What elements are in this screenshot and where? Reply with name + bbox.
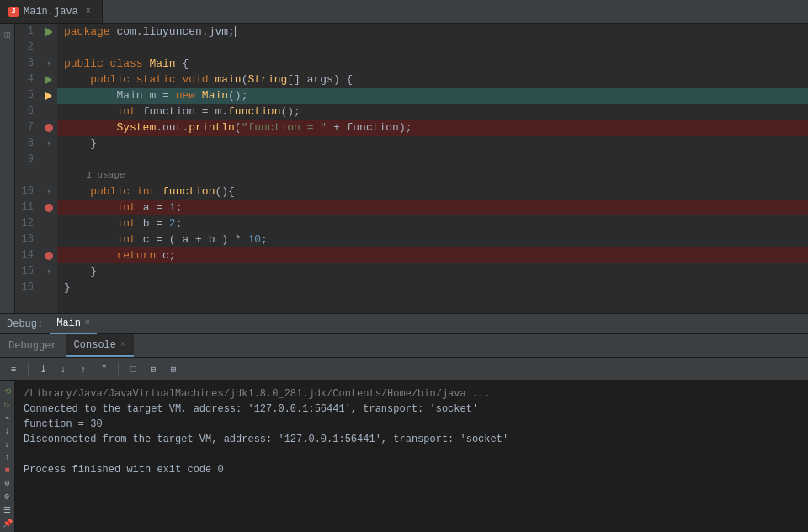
- fold-icon-10[interactable]: ▾: [46, 187, 50, 196]
- code-line-7: System.out.println("function = " + funct…: [57, 120, 808, 136]
- console-output: /Library/Java/JavaVirtualMachines/jdk1.8…: [15, 381, 808, 532]
- debug-tab-close[interactable]: ×: [85, 318, 90, 327]
- debug-tab-area: Main ×: [50, 314, 801, 334]
- exec-cursor-5: [45, 92, 52, 100]
- tab-bar: J Main.java ×: [0, 0, 808, 24]
- code-line-12: int b = 2;: [57, 215, 808, 231]
- gutter-line-2: [40, 40, 57, 56]
- debug-bar: Debug: Main ×: [0, 314, 808, 334]
- gutter-line-12: [40, 215, 57, 231]
- debugger-tab[interactable]: Debugger: [0, 334, 66, 357]
- gutter-line-14: [40, 247, 57, 263]
- console-area: ⟲ ▷ ↷ ↓ ⇓ ↑ ■ ⊘ ⚙ ☰ 📌 /Library/Java/Java…: [0, 381, 808, 532]
- run-arrow-4: [45, 76, 52, 84]
- debug-force-step-btn[interactable]: ⇓: [2, 439, 13, 450]
- toolbar-scroll-down-btn[interactable]: ↓: [55, 361, 72, 378]
- debug-layout-btn[interactable]: ☰: [2, 505, 13, 515]
- toolbar-scroll-top-btn[interactable]: ⤒: [95, 361, 112, 378]
- code-content[interactable]: package com.liuyuncen.jvm; public class …: [57, 24, 808, 313]
- debug-step-out-btn[interactable]: ↑: [2, 453, 13, 462]
- toolbar-print-btn[interactable]: ⊟: [145, 361, 162, 378]
- code-line-16: }: [57, 279, 808, 295]
- console-line-4: Disconnected from the target VM, address…: [24, 432, 800, 447]
- fold-icon-15[interactable]: ▾: [46, 267, 50, 276]
- debug-tab-label: Main: [56, 317, 81, 329]
- code-line-10: public int function(){: [57, 184, 808, 200]
- line-numbers: 1 2 3 4 5 6 7 8 9 10 11 12 13 14 15 16: [15, 24, 40, 313]
- gutter-line-4: [40, 72, 57, 88]
- debug-mute-btn[interactable]: ⊘: [2, 478, 13, 488]
- tab-label: Main.java: [24, 6, 78, 18]
- toolbar-sep-2: [118, 363, 119, 376]
- text-cursor: [235, 26, 236, 37]
- code-line-14: return c;: [57, 247, 808, 263]
- toolbar-wrap-btn[interactable]: ≡: [5, 361, 22, 378]
- gutter-line-13: [40, 231, 57, 247]
- console-tab-close[interactable]: ×: [120, 340, 125, 349]
- gutter-line-6: [40, 104, 57, 120]
- sidebar-project-icon[interactable]: ◫: [2, 29, 13, 40]
- java-file-icon: J: [8, 7, 19, 17]
- gutter-line-5: [40, 88, 57, 104]
- code-line-8: }: [57, 136, 808, 152]
- debug-resume-btn[interactable]: ▷: [2, 400, 13, 410]
- console-line-1: /Library/Java/JavaVirtualMachines/jdk1.8…: [24, 386, 800, 402]
- gutter-line-16: [40, 279, 57, 295]
- usage-hint-text: 1 usage: [64, 168, 125, 184]
- gutter-line-1: [40, 24, 57, 40]
- code-line-4: public static void main(String[] args) {: [57, 72, 808, 88]
- code-line-2: [57, 40, 808, 56]
- fold-icon-3[interactable]: ▾: [46, 59, 50, 68]
- toolbar-scroll-up-btn[interactable]: ↑: [75, 361, 92, 378]
- debug-controls: ⟲ ▷ ↷ ↓ ⇓ ↑ ■ ⊘ ⚙ ☰ 📌: [0, 381, 15, 532]
- gutter-line-9: [40, 152, 57, 168]
- main-java-tab[interactable]: J Main.java ×: [0, 0, 103, 23]
- console-tab[interactable]: Console ×: [66, 334, 134, 357]
- code-usage-hint: 1 usage: [57, 168, 808, 184]
- debug-settings-btn[interactable]: ⚙: [2, 492, 13, 502]
- breakpoint-7[interactable]: [45, 124, 53, 132]
- gutter-line-11: [40, 200, 57, 215]
- gutter-line-7: [40, 120, 57, 136]
- editor-area: 1 2 3 4 5 6 7 8 9 10 11 12 13 14 15 16: [15, 24, 808, 313]
- console-line-2: Connected to the target VM, address: '12…: [24, 402, 800, 417]
- toolbar-clear-btn[interactable]: □: [125, 361, 141, 378]
- left-sidebar: ◫: [0, 24, 15, 313]
- console-tab-label: Console: [74, 339, 116, 351]
- code-line-6: int function = m.function();: [57, 104, 808, 120]
- debug-step-over-btn[interactable]: ↷: [2, 413, 13, 423]
- debug-label: Debug:: [7, 318, 43, 330]
- panel-tabs: Debugger Console ×: [0, 334, 808, 358]
- gutter-line-10: ▾: [40, 184, 57, 200]
- code-line-3: public class Main {: [57, 56, 808, 72]
- console-line-5: [24, 447, 800, 462]
- editor-gutter: ▾ ▾ ▾: [40, 24, 57, 313]
- debug-stop-btn[interactable]: ■: [2, 466, 13, 475]
- console-line-6: Process finished with exit code 0: [24, 462, 800, 477]
- gutter-line-15: ▾: [40, 263, 57, 279]
- breakpoint-14[interactable]: [45, 252, 53, 260]
- toolbar-expand-btn[interactable]: ⊞: [165, 361, 182, 378]
- debug-rerun-btn[interactable]: ⟲: [2, 386, 13, 396]
- main-content: ◫ 1 2 3 4 5 6 7 8 9 10 11 12 13 14 15 16: [0, 24, 808, 313]
- code-line-11: int a = 1;: [57, 200, 808, 215]
- console-line-3: function = 30: [24, 417, 800, 432]
- code-line-5: Main m = new Main();: [57, 88, 808, 104]
- run-arrow-1: [45, 27, 53, 37]
- breakpoint-11[interactable]: [45, 204, 53, 212]
- toolbar-scroll-end-btn[interactable]: ⤓: [35, 361, 51, 378]
- toolbar-sep-1: [28, 363, 29, 376]
- code-line-9: [57, 152, 808, 168]
- fold-icon-8[interactable]: ▾: [46, 139, 50, 148]
- debugger-tab-label: Debugger: [8, 340, 57, 352]
- code-line-13: int c = ( a + b ) * 10;: [57, 231, 808, 247]
- gutter-line-8: ▾: [40, 136, 57, 152]
- debug-tab-main[interactable]: Main ×: [50, 314, 97, 334]
- tab-close-button[interactable]: ×: [83, 6, 93, 17]
- debug-step-into-btn[interactable]: ↓: [2, 427, 13, 436]
- panel-toolbar: ≡ ⤓ ↓ ↑ ⤒ □ ⊟ ⊞: [0, 358, 808, 381]
- gutter-line-3: ▾: [40, 56, 57, 72]
- code-line-15: }: [57, 263, 808, 279]
- debug-pin-btn[interactable]: 📌: [2, 519, 13, 529]
- code-line-1: package com.liuyuncen.jvm;: [57, 24, 808, 40]
